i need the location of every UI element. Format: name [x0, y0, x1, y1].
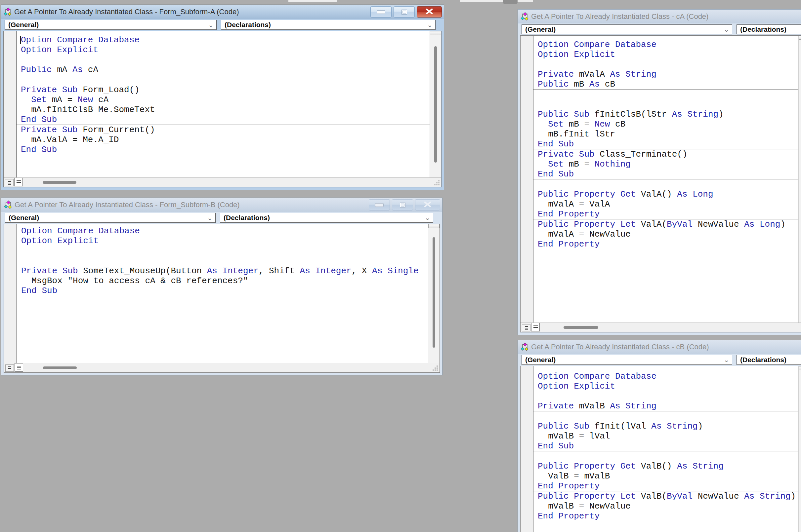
object-combobox[interactable]: (General)⌄ [5, 213, 216, 223]
code-pane-main: Option Compare DatabaseOption ExplicitPu… [4, 31, 441, 177]
code-line: End Sub [538, 139, 798, 149]
code-line: Private Sub Form_Current() [17, 125, 430, 135]
chevron-down-icon: ⌄ [424, 23, 433, 26]
code-line: Option Compare Database [538, 372, 798, 381]
chevron-down-icon: ⌄ [422, 216, 430, 220]
chevron-down-icon: ⌄ [721, 358, 729, 361]
code-window-form-subform-b: Get A Pointer To Already Instantiated Cl… [1, 197, 442, 375]
code-line: Option Compare Database [21, 226, 428, 236]
code-line: Public Property Get ValB() As String [538, 461, 798, 471]
close-icon [426, 8, 433, 15]
code-line: End Property [538, 209, 798, 219]
code-editor[interactable]: Option Compare DatabaseOption ExplicitPr… [17, 224, 428, 363]
procedure-combobox[interactable]: (Declarations)⌄ [736, 355, 801, 365]
split-handle[interactable] [428, 224, 439, 228]
code-line: mValA = ValA [538, 199, 798, 209]
vertical-scrollbar[interactable] [798, 366, 801, 532]
code-line: ValB = mValB [538, 471, 798, 481]
split-handle[interactable] [799, 366, 801, 370]
combo-row: (General)⌄(Declarations)⌄ [520, 354, 801, 366]
code-line: Option Explicit [538, 381, 798, 391]
minimize-icon [377, 10, 385, 14]
procedure-combobox[interactable]: (Declarations)⌄ [221, 20, 436, 30]
code-line: End Property [538, 481, 798, 491]
titlebar[interactable]: Get A Pointer To Already Instantiated Cl… [518, 10, 801, 23]
code-window-class-cb: Get A Pointer To Already Instantiated Cl… [517, 340, 801, 532]
object-combobox-value: (General) [525, 25, 556, 33]
chevron-down-icon: ⌄ [204, 216, 213, 220]
resize-grip[interactable] [433, 365, 438, 371]
full-module-view-button[interactable] [15, 363, 23, 372]
horizontal-scrollbar[interactable] [4, 177, 441, 187]
code-line: Set mA = New cA [21, 95, 430, 105]
margin-indicator-bar [4, 224, 17, 363]
procedure-view-button[interactable] [5, 179, 14, 186]
code-line [21, 55, 430, 65]
full-module-view-button[interactable] [14, 178, 23, 186]
margin-indicator-bar [521, 36, 533, 323]
object-combobox[interactable]: (General)⌄ [5, 20, 217, 30]
split-handle[interactable] [430, 31, 441, 35]
code-line: Option Explicit [21, 45, 430, 55]
vertical-scrollbar[interactable] [428, 224, 439, 363]
restore-button[interactable] [392, 199, 413, 210]
vertical-scrollbar[interactable] [430, 31, 441, 177]
code-line: mValA = NewValue [538, 229, 798, 239]
titlebar[interactable]: Get A Pointer To Already Instantiated Cl… [1, 5, 444, 19]
close-icon [424, 202, 431, 208]
restore-button[interactable] [394, 6, 415, 18]
background-window-tab [503, 0, 517, 4]
horizontal-scrollbar[interactable] [4, 363, 439, 373]
code-line: Option Compare Database [538, 40, 798, 50]
code-line: End Sub [21, 115, 430, 125]
vertical-scrollbar-thumb[interactable] [433, 237, 435, 348]
resize-grip[interactable] [434, 180, 439, 185]
vba-project-icon [4, 201, 13, 209]
code-editor[interactable]: Option Compare DatabaseOption ExplicitPr… [533, 366, 798, 532]
procedure-view-button[interactable] [5, 364, 14, 372]
code-editor[interactable]: Option Compare DatabaseOption ExplicitPu… [17, 31, 430, 177]
split-handle[interactable] [799, 36, 801, 40]
titlebar[interactable]: Get A Pointer To Already Instantiated Cl… [1, 198, 442, 212]
horizontal-scrollbar-thumb[interactable] [43, 181, 76, 184]
vertical-scrollbar[interactable] [798, 36, 801, 323]
code-line: Public mB As cB [538, 79, 798, 89]
code-line [17, 75, 430, 85]
procedure-view-button[interactable] [522, 324, 530, 331]
code-line: End Sub [538, 169, 798, 179]
restore-icon [400, 203, 405, 208]
code-line: Option Explicit [21, 236, 428, 246]
close-button[interactable] [417, 6, 442, 18]
code-line: Set mB = New cB [538, 119, 798, 129]
code-line: mA.ValA = Me.A_ID [21, 135, 430, 145]
horizontal-scrollbar-thumb[interactable] [43, 366, 77, 369]
horizontal-scrollbar[interactable] [521, 323, 801, 332]
code-line [533, 411, 798, 421]
procedure-combobox[interactable]: (Declarations)⌄ [736, 24, 801, 34]
full-module-view-button[interactable] [531, 323, 540, 331]
code-line: mValB = lVal [538, 431, 798, 441]
code-pane: Option Compare DatabaseOption ExplicitPr… [520, 35, 801, 332]
code-line: Private Sub Form_Load() [21, 85, 430, 95]
vba-project-icon [4, 7, 12, 16]
code-line: End Sub [21, 286, 428, 296]
code-line: Private mValA As String [538, 70, 798, 79]
restore-icon [401, 10, 407, 15]
code-editor[interactable]: Option Compare DatabaseOption ExplicitPr… [533, 36, 798, 323]
code-line: mA.fInitClsB Me.SomeText [21, 105, 430, 115]
object-combobox[interactable]: (General)⌄ [522, 24, 732, 34]
horizontal-scrollbar-thumb[interactable] [564, 326, 598, 329]
code-line [533, 179, 798, 189]
chevron-down-icon: ⌄ [205, 23, 214, 26]
titlebar[interactable]: Get A Pointer To Already Instantiated Cl… [518, 340, 801, 354]
background-window-edge [288, 0, 337, 2]
object-combobox[interactable]: (General)⌄ [522, 355, 732, 365]
close-button[interactable] [415, 199, 440, 210]
code-pane-main: Option Compare DatabaseOption ExplicitPr… [521, 366, 801, 532]
procedure-combobox[interactable]: (Declarations)⌄ [220, 213, 433, 223]
minimize-button[interactable] [369, 199, 390, 210]
object-combobox-value: (General) [525, 356, 556, 364]
code-line: Public mA As cA [21, 65, 430, 75]
minimize-button[interactable] [370, 6, 392, 18]
vertical-scrollbar-thumb[interactable] [434, 46, 437, 163]
